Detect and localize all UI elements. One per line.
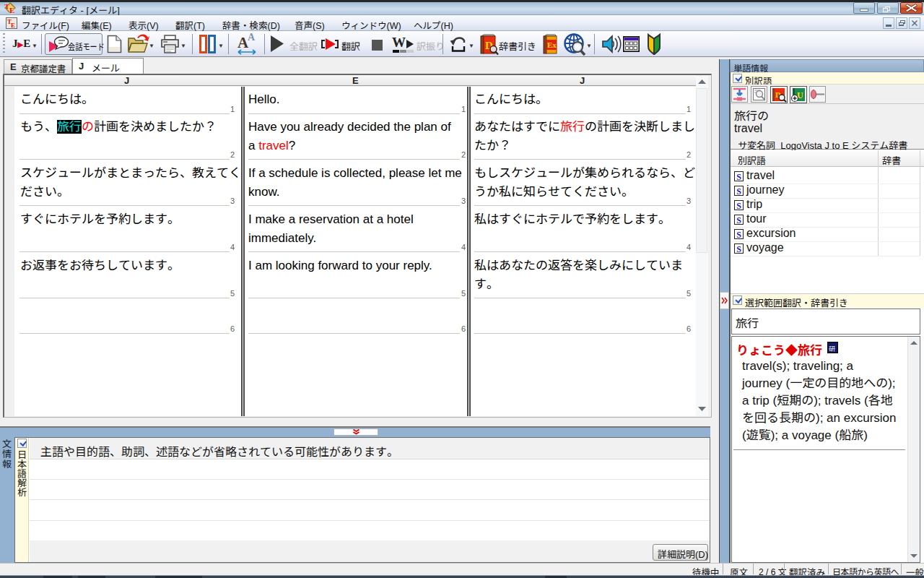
svg-text:E: E (11, 22, 15, 29)
svg-text:E: E (9, 6, 14, 14)
svg-text:Ex: Ex (547, 40, 557, 49)
